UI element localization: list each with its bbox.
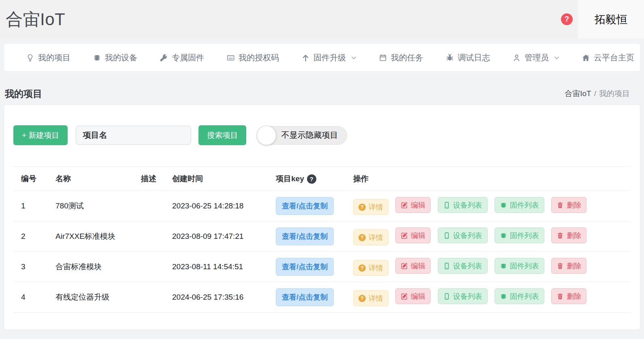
phone-icon — [443, 262, 450, 270]
delete-button[interactable]: 删除 — [551, 227, 586, 243]
nav-item-cloud-home[interactable]: 云平台主页 — [582, 52, 634, 63]
breadcrumb-root[interactable]: 合宙IoT — [565, 89, 591, 98]
projects-table: 编号 名称 描述 创建时间 项目key ? 操作 1 780测试 2023-06… — [13, 166, 631, 313]
nav-item-label: 我的任务 — [391, 52, 423, 63]
device-list-button[interactable]: 设备列表 — [438, 227, 488, 243]
chip-icon — [500, 262, 507, 270]
cell-description — [141, 221, 172, 252]
edit-button[interactable]: 编辑 — [395, 227, 431, 243]
delete-button[interactable]: 删除 — [551, 258, 586, 274]
nav-item-my-projects[interactable]: 我的项目 — [26, 52, 70, 63]
nav-item-debug-logs[interactable]: 调试日志 — [446, 52, 490, 63]
nav-item-label: 我的设备 — [105, 52, 137, 63]
firmware-list-button-label: 固件列表 — [510, 292, 539, 301]
chip-icon — [500, 232, 507, 239]
device-list-button[interactable]: 设备列表 — [438, 258, 488, 274]
help-icon[interactable]: ? — [561, 13, 573, 25]
edit-button[interactable]: 编辑 — [395, 197, 431, 213]
nav-item-my-devices[interactable]: 我的设备 — [93, 52, 137, 63]
cell-id: 4 — [13, 282, 55, 313]
main-nav: 我的项目 我的设备 专属固件 我的授权码 固件升级 — [4, 44, 640, 71]
nav-item-admin[interactable]: 管理员 — [512, 52, 559, 63]
col-header-description: 描述 — [141, 167, 172, 191]
table-header-row: 编号 名称 描述 创建时间 项目key ? 操作 — [13, 167, 631, 191]
page-head: 我的项目 合宙IoT/我的项目 — [0, 71, 644, 105]
trash-icon — [557, 202, 564, 209]
detail-button-label: 详情 — [369, 294, 383, 303]
detail-button[interactable]: ? 详情 — [353, 230, 388, 245]
edit-button-label: 编辑 — [411, 261, 425, 271]
nav-item-auth-codes[interactable]: 我的授权码 — [226, 52, 279, 63]
edit-icon — [401, 262, 408, 270]
project-key-copy-button[interactable]: 查看/点击复制 — [276, 258, 334, 276]
project-key-copy-button[interactable]: 查看/点击复制 — [276, 288, 334, 306]
trash-icon — [557, 293, 564, 300]
project-name-input[interactable] — [76, 126, 191, 145]
toolbar: + 新建项目 搜索项目 不显示隐藏项目 — [13, 125, 631, 145]
device-list-button[interactable]: 设备列表 — [438, 288, 488, 304]
device-list-button[interactable]: 设备列表 — [438, 197, 488, 213]
edit-button[interactable]: 编辑 — [395, 288, 431, 304]
page-title: 我的项目 — [5, 88, 42, 100]
project-key-copy-button[interactable]: 查看/点击复制 — [276, 197, 334, 215]
delete-button[interactable]: 删除 — [551, 288, 586, 304]
header: 合宙IoT ? 拓毅恒 — [0, 0, 644, 39]
nav-item-exclusive-firmware[interactable]: 专属固件 — [160, 52, 204, 63]
cell-name: 有线定位器升级 — [55, 282, 141, 313]
project-key-help-icon[interactable]: ? — [307, 174, 316, 184]
col-header-actions: 操作 — [353, 167, 631, 191]
search-project-button[interactable]: 搜索项目 — [198, 125, 246, 145]
cell-created: 2023-08-09 17:47:21 — [172, 221, 276, 252]
user-menu[interactable]: 拓毅恒 — [578, 0, 644, 39]
firmware-list-button[interactable]: 固件列表 — [495, 258, 544, 274]
delete-button-label: 删除 — [567, 292, 581, 301]
detail-button[interactable]: ? 详情 — [353, 199, 388, 215]
breadcrumb-current: 我的项目 — [599, 89, 630, 98]
col-header-id: 编号 — [13, 167, 55, 191]
firmware-list-button[interactable]: 固件列表 — [495, 197, 544, 213]
nav-item-my-tasks[interactable]: 我的任务 — [379, 52, 423, 63]
project-row: 4 有线定位器升级 2024-06-25 17:35:16 查看/点击复制 ? … — [13, 282, 631, 313]
project-key-copy-button[interactable]: 查看/点击复制 — [276, 227, 334, 245]
bug-icon — [446, 54, 454, 62]
question-circle-icon: ? — [358, 234, 366, 241]
cell-id: 1 — [13, 191, 55, 221]
nav-item-firmware-upgrade[interactable]: 固件升级 — [301, 52, 356, 63]
edit-icon — [401, 293, 408, 300]
arrow-up-icon — [301, 54, 310, 62]
keycard-icon — [226, 54, 235, 62]
chevron-down-icon — [351, 56, 356, 60]
delete-button[interactable]: 删除 — [551, 197, 586, 213]
detail-button[interactable]: ? 详情 — [353, 290, 388, 306]
detail-button-label: 详情 — [369, 202, 383, 212]
device-list-button-label: 设备列表 — [453, 292, 482, 301]
device-list-button-label: 设备列表 — [453, 261, 482, 271]
col-header-project-key: 项目key — [276, 174, 304, 184]
chip-icon — [500, 293, 507, 300]
new-project-button[interactable]: + 新建项目 — [13, 125, 68, 145]
app-root: 合宙IoT ? 拓毅恒 我的项目 我的设备 专属固件 — [0, 0, 644, 330]
edit-button-label: 编辑 — [411, 292, 425, 301]
calendar-icon — [379, 54, 387, 62]
cell-description — [141, 252, 172, 282]
toggle-knob[interactable] — [257, 126, 276, 145]
firmware-list-button[interactable]: 固件列表 — [495, 227, 544, 243]
delete-button-label: 删除 — [567, 261, 581, 271]
trash-icon — [557, 262, 564, 270]
device-list-button-label: 设备列表 — [453, 200, 482, 210]
toggle-label: 不显示隐藏项目 — [281, 130, 338, 141]
firmware-list-button-label: 固件列表 — [510, 200, 539, 210]
cell-id: 2 — [13, 221, 55, 252]
nav-item-label: 我的项目 — [38, 52, 70, 63]
edit-button[interactable]: 编辑 — [395, 258, 431, 274]
question-circle-icon: ? — [358, 204, 366, 211]
lightbulb-icon — [26, 54, 34, 62]
nav-item-label: 我的授权码 — [239, 52, 279, 63]
edit-icon — [401, 202, 408, 209]
phone-icon — [443, 202, 450, 209]
detail-button[interactable]: ? 详情 — [353, 260, 388, 276]
delete-button-label: 删除 — [567, 200, 581, 210]
hide-hidden-projects-toggle[interactable]: 不显示隐藏项目 — [257, 126, 347, 145]
user-icon — [512, 54, 521, 62]
firmware-list-button[interactable]: 固件列表 — [495, 288, 544, 304]
